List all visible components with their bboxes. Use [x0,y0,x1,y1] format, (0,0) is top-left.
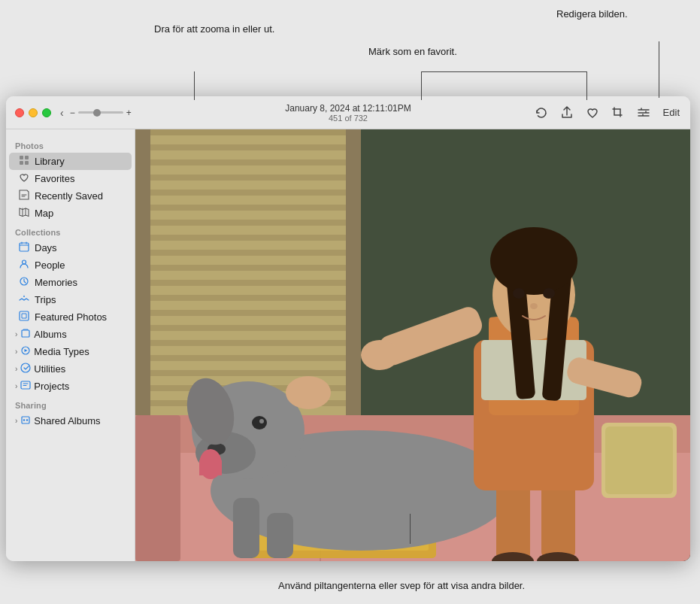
utilities-icon [20,363,31,375]
edit-callout-line [659,41,659,98]
projects-label: Projects [34,381,69,392]
photo-date: January 8, 2024 at 12:11:01PM [285,103,411,114]
zoom-plus-label: + [126,108,132,118]
svg-rect-4 [20,243,29,251]
adjust-icon[interactable] [633,102,654,123]
days-label: Days [35,242,57,253]
albums-icon [20,328,31,341]
fullscreen-button[interactable] [42,108,51,117]
shared-albums-icon [20,414,31,427]
favorites-icon [18,172,30,185]
edit-callout: Redigera bilden. [556,8,628,21]
zoom-minus-label: − [70,108,75,118]
sidebar-item-albums[interactable]: › Albums [9,326,132,343]
sidebar-item-trips[interactable]: Trips [9,291,132,308]
crop-icon[interactable] [608,102,629,123]
zoom-slider[interactable] [78,111,123,114]
rotate-icon[interactable] [531,102,552,123]
featured-photos-icon [18,311,30,323]
media-types-label: Media Types [34,346,89,357]
utilities-label: Utilities [34,363,65,375]
zoom-slider-area: − + [70,108,132,118]
sidebar-item-library[interactable]: Library [9,153,132,170]
back-arrow[interactable]: ‹ [57,105,67,120]
utilities-chevron: › [15,365,17,373]
svg-rect-2 [20,161,23,165]
zoom-thumb [93,109,101,117]
minimize-button[interactable] [29,108,38,117]
sidebar-item-map[interactable]: Map [9,205,132,222]
photo-display [135,129,690,561]
titlebar-center: January 8, 2024 at 12:11:01PM 451 of 732 [285,103,411,123]
people-icon [18,259,30,272]
library-icon [18,155,30,168]
edit-button[interactable]: Edit [659,105,684,120]
trips-icon [18,293,30,306]
navigate-callout: Använd piltangenterna eller svep för att… [278,579,525,593]
favorites-label: Favorites [35,173,74,184]
sidebar-item-featured-photos[interactable]: Featured Photos [9,308,132,326]
days-icon [18,241,30,254]
sidebar-item-media-types[interactable]: › Media Types [9,343,132,360]
sidebar-item-utilities[interactable]: › Utilities [9,360,132,378]
projects-chevron: › [15,382,17,390]
svg-point-13 [26,419,28,420]
nav-arrows: ‹ [57,105,67,120]
projects-icon [20,380,31,393]
sidebar-item-projects[interactable]: › Projects [9,378,132,395]
favorite-callout-line-h [421,71,586,72]
sidebar-item-favorites[interactable]: Favorites [9,170,132,187]
media-types-chevron: › [15,348,17,356]
svg-rect-8 [22,330,29,337]
media-types-icon [20,345,31,358]
recently-saved-icon [18,190,30,202]
sidebar-section-photos: Photos [6,135,135,153]
photo-area[interactable] [135,129,690,561]
share-icon[interactable] [556,102,577,123]
sidebar-item-shared-albums[interactable]: › Shared Albums [9,412,132,429]
sidebar-item-days[interactable]: Days [9,239,132,256]
recently-saved-label: Recently Saved [35,190,103,202]
sidebar: Photos Library F [6,129,135,561]
favorite-icon[interactable] [582,102,603,123]
photo-count: 451 of 732 [285,114,411,123]
map-label: Map [35,208,53,219]
favorite-callout: Märk som en favorit. [368,45,457,59]
albums-chevron: › [15,330,17,338]
titlebar: ‹ − + January 8, 2024 at 12:11:01PM 451 … [6,96,690,129]
traffic-lights [6,108,51,117]
map-icon [18,207,30,220]
main-window: ‹ − + January 8, 2024 at 12:11:01PM 451 … [6,96,690,561]
featured-photos-label: Featured Photos [35,311,107,323]
svg-point-12 [23,419,25,420]
sidebar-section-collections: Collections [6,222,135,239]
shared-albums-chevron: › [15,417,17,425]
close-button[interactable] [15,108,24,117]
svg-rect-11 [22,417,29,423]
albums-label: Albums [34,329,66,340]
shared-albums-label: Shared Albums [34,415,100,426]
svg-rect-7 [20,311,29,320]
sidebar-item-recently-saved[interactable]: Recently Saved [9,187,132,205]
trips-label: Trips [35,294,56,305]
memories-icon [18,276,30,289]
library-label: Library [35,156,65,167]
people-label: People [35,260,65,271]
zoom-callout: Dra för att zooma in eller ut. [154,23,274,36]
svg-rect-0 [20,156,23,159]
svg-rect-1 [25,156,29,159]
sidebar-section-sharing: Sharing [6,395,135,412]
sidebar-item-people[interactable]: People [9,256,132,274]
memories-label: Memories [35,277,77,288]
sidebar-item-memories[interactable]: Memories [9,274,132,291]
main-content: Photos Library F [6,129,690,561]
toolbar-actions: Edit [531,102,684,123]
svg-rect-3 [25,161,29,165]
svg-point-5 [23,260,26,264]
